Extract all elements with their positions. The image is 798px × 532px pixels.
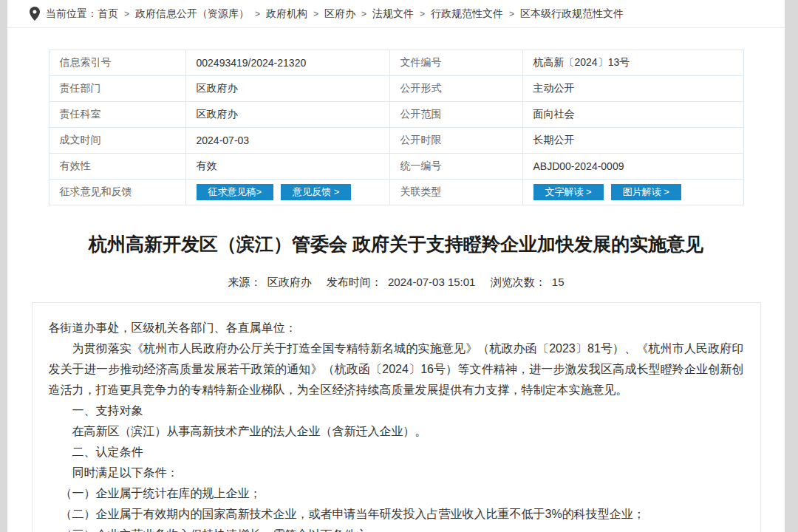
table-action-button[interactable]: 征求意见稿>: [197, 184, 274, 200]
body-paragraph: （三）企业主营业务收入保持快速增长，需符合以下条件之一：: [49, 525, 744, 532]
pubtime-label: 发布时间：: [327, 276, 382, 288]
breadcrumb-separator: >: [420, 9, 425, 19]
table-cell-label: 公开范围: [389, 102, 522, 128]
body-paragraph: 同时满足以下条件：: [49, 463, 744, 483]
main-container: 当前位置： 首页>政府信息公开（资源库）>政府机构>区府办>法规文件>行政规范性…: [7, 0, 785, 532]
breadcrumb-items: 首页>政府信息公开（资源库）>政府机构>区府办>法规文件>行政规范性文件>区本级…: [98, 7, 624, 21]
article-meta: 来源： 区政府办 发布时间： 2024-07-03 15:01 浏览次数： 15: [7, 276, 785, 290]
table-cell-label: 公开形式: [389, 76, 522, 102]
table-row: 有效性有效统一编号ABJD00-2024-0009: [49, 154, 743, 180]
table-cell-value: ABJD00-2024-0009: [522, 154, 743, 180]
table-cell-value: 2024-07-03: [185, 128, 389, 154]
breadcrumb: 当前位置： 首页>政府信息公开（资源库）>政府机构>区府办>法规文件>行政规范性…: [7, 0, 785, 28]
breadcrumb-item[interactable]: 法规文件: [372, 7, 414, 19]
breadcrumb-separator: >: [255, 9, 260, 19]
breadcrumb-separator: >: [361, 9, 366, 19]
table-cell-value: 有效: [185, 154, 389, 180]
source-label: 来源：: [228, 276, 262, 288]
table-row: 征求意见和反馈征求意见稿>意见反馈 >关联类型文字解读 >图片解读 >: [49, 180, 743, 205]
table-cell-label: 关联类型: [389, 180, 522, 205]
table-row: 成文时间2024-07-03公开时限长期公开: [49, 128, 743, 154]
breadcrumb-separator: >: [509, 9, 514, 19]
breadcrumb-separator: >: [313, 9, 318, 19]
body-paragraph: 各街道办事处，区级机关各部门、各直属单位：: [49, 318, 744, 338]
source-value: 区政府办: [267, 276, 312, 288]
table-cell-label: 文件编号: [389, 50, 522, 76]
views-label: 浏览次数：: [491, 276, 546, 288]
table-cell-label: 有效性: [49, 154, 185, 180]
table-cell-value: 区政府办: [185, 102, 389, 128]
table-row: 信息索引号002493419/2024-21320文件编号杭高新〔2024〕13…: [49, 50, 743, 76]
page-title: 杭州高新开发区（滨江）管委会 政府关于支持瞪羚企业加快发展的实施意见: [52, 232, 740, 256]
body-paragraph: 为贯彻落实《杭州市人民政府办公厅关于打造全国专精特新名城的实施意见》（杭政办函〔…: [49, 338, 744, 400]
breadcrumb-item[interactable]: 政府信息公开（资源库）: [135, 7, 249, 19]
document-info-table: 信息索引号002493419/2024-21320文件编号杭高新〔2024〕13…: [49, 50, 744, 205]
body-paragraph: 二、认定条件: [49, 442, 744, 463]
body-paragraph: （二）企业属于有效期内的国家高新技术企业，或者申请当年研发投入占营业收入比重不低…: [49, 504, 744, 525]
breadcrumb-item[interactable]: 区府办: [324, 7, 355, 19]
breadcrumb-item[interactable]: 首页: [98, 7, 118, 19]
table-cell-value: 002493419/2024-21320: [185, 50, 389, 76]
table-cell-label: 责任科室: [49, 102, 185, 128]
table-cell-value: 面向社会: [522, 102, 743, 128]
table-cell-value: 区政府办: [185, 76, 389, 102]
table-action-button[interactable]: 意见反馈 >: [281, 184, 351, 200]
pubtime-value: 2024-07-03 15:01: [388, 276, 475, 288]
table-cell-value: 主动公开: [522, 76, 743, 102]
breadcrumb-prefix: 当前位置：: [46, 7, 98, 21]
table-row: 责任科室区政府办公开范围面向社会: [49, 102, 743, 128]
table-cell-label: 成文时间: [49, 128, 185, 154]
table-action-button[interactable]: 图片解读 >: [611, 184, 681, 200]
table-cell-buttons: 征求意见稿>意见反馈 >: [185, 180, 389, 205]
article-body: 各街道办事处，区级机关各部门、各直属单位：为贯彻落实《杭州市人民政府办公厅关于打…: [32, 302, 761, 532]
breadcrumb-item[interactable]: 行政规范性文件: [431, 7, 503, 19]
body-paragraph: （一）企业属于统计在库的规上企业；: [49, 483, 744, 504]
table-cell-label: 责任部门: [49, 76, 185, 102]
table-cell-label: 公开时限: [389, 128, 522, 154]
table-cell-value: 杭高新〔2024〕13号: [522, 50, 743, 76]
table-cell-buttons: 文字解读 >图片解读 >: [522, 180, 743, 205]
table-cell-label: 信息索引号: [49, 50, 185, 76]
table-cell-value: 长期公开: [522, 128, 743, 154]
table-cell-label: 征求意见和反馈: [49, 180, 185, 205]
body-paragraph: 一、支持对象: [49, 400, 744, 421]
breadcrumb-separator: >: [124, 9, 129, 19]
breadcrumb-item[interactable]: 政府机构: [266, 7, 307, 19]
body-paragraph: 在高新区（滨江）从事高新技术产业的法人企业（含新迁入企业）。: [49, 421, 744, 442]
table-row: 责任部门区政府办公开形式主动公开: [49, 76, 743, 102]
table-action-button[interactable]: 文字解读 >: [533, 184, 604, 200]
views-value: 15: [552, 276, 565, 288]
location-pin-icon: [30, 7, 40, 21]
breadcrumb-item[interactable]: 区本级行政规范性文件: [520, 7, 624, 19]
table-cell-label: 统一编号: [389, 154, 522, 180]
